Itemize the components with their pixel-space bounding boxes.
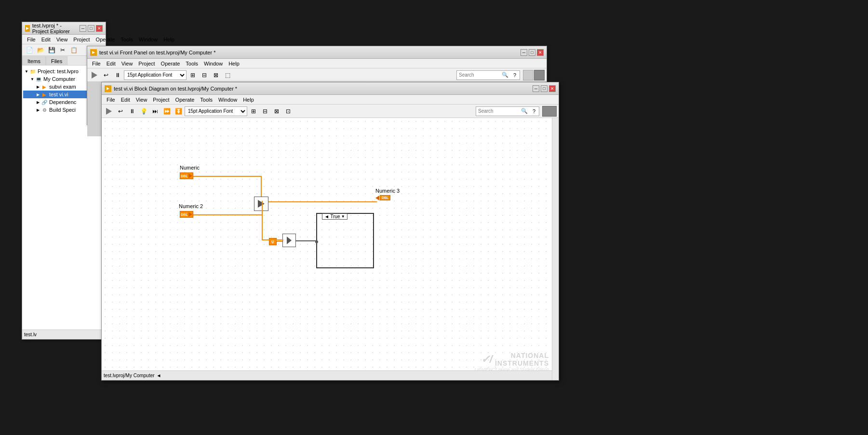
fp-panel-icon-2[interactable] [534, 70, 545, 80]
case-left-terminal [315, 240, 318, 243]
minimize-button[interactable]: ─ [80, 25, 86, 32]
menu-tools[interactable]: Tools [118, 36, 136, 43]
toolbar-copy[interactable]: 📋 [68, 45, 79, 55]
bd-menu-operate[interactable]: Operate [173, 96, 198, 103]
fp-toolbar-back[interactable]: ↩ [101, 70, 111, 80]
numeric1-arrow-icon [188, 173, 192, 178]
bd-status-bar: test.lvproj/My Computer ◄ [102, 370, 559, 380]
fp-panel-icon-1[interactable] [523, 70, 534, 80]
run-button[interactable] [89, 70, 100, 80]
tab-items[interactable]: Items [22, 56, 46, 65]
case-structure[interactable]: ◄ True ▼ [316, 213, 374, 268]
bd-toolbar-resize[interactable]: ⊠ [271, 106, 282, 117]
menu-help[interactable]: Help [160, 36, 177, 43]
bd-menu-view[interactable]: View [133, 96, 150, 103]
fp-menu-help[interactable]: Help [226, 60, 242, 67]
bd-toolbar-order[interactable]: ⊡ [283, 106, 294, 117]
bd-minimize[interactable]: ─ [533, 85, 539, 92]
fp-menu-view[interactable]: View [119, 60, 136, 67]
bd-context-panel-icon[interactable] [542, 106, 557, 117]
toolbar-open[interactable]: 📂 [35, 45, 46, 55]
numeric2-terminal[interactable]: DBL [180, 211, 193, 218]
fp-menu-tools[interactable]: Tools [183, 60, 201, 67]
bd-search-help[interactable]: ? [529, 107, 539, 116]
bd-toolbar-bulb[interactable]: 💡 [138, 106, 149, 117]
fp-toolbar-dist[interactable]: ⊟ [199, 70, 210, 80]
numeric3-arrow-icon [375, 196, 379, 200]
fp-search-button[interactable]: 🔍 [500, 71, 510, 79]
fp-menu-project[interactable]: Project [135, 60, 158, 67]
toolbar-save[interactable]: 💾 [46, 45, 57, 55]
bd-scrollbar-corner [552, 370, 559, 380]
fp-toolbar-pause[interactable]: ⏸ [112, 70, 123, 80]
window-controls: ─ □ ✕ [80, 25, 103, 32]
font-selector[interactable]: 15pt Application Font [124, 70, 187, 80]
fp-search-input[interactable] [457, 71, 500, 79]
bd-menu-help[interactable]: Help [240, 96, 257, 103]
bd-search-input[interactable] [476, 107, 520, 116]
fp-toolbar-order[interactable]: ⬚ [222, 70, 233, 80]
fp-search-help[interactable]: ? [510, 71, 520, 79]
bd-menu-file[interactable]: File [104, 96, 118, 103]
menu-view[interactable]: View [53, 36, 71, 43]
bd-toolbar-pause[interactable]: ⏸ [127, 106, 137, 117]
bd-toolbar-step3[interactable]: ⏬ [173, 106, 184, 117]
fp-menu-file[interactable]: File [89, 60, 104, 67]
numeric1-terminal[interactable]: DBL [180, 172, 193, 179]
toolbar-new[interactable]: 📄 [24, 45, 35, 55]
menu-file[interactable]: File [24, 36, 39, 43]
fp-menu-edit[interactable]: Edit [104, 60, 119, 67]
numeric3-terminal[interactable]: DBL [375, 195, 390, 200]
bd-menu-window[interactable]: Window [215, 96, 240, 103]
wire-add-case-h [296, 201, 316, 202]
wire-n1-h [193, 176, 261, 177]
tree-item-label: subvi exam [49, 84, 76, 90]
ni-instruments: INSTRUMENTS [495, 359, 549, 367]
tree-item-label: My Computer [43, 76, 75, 82]
close-button[interactable]: ✕ [96, 25, 103, 32]
wire-n2-h [193, 214, 262, 215]
numeric3-label: Numeric 3 [375, 188, 400, 194]
bd-maximize[interactable]: □ [541, 85, 548, 92]
ni-text-block: NATIONAL INSTRUMENTS [495, 352, 549, 367]
menu-project[interactable]: Project [70, 36, 93, 43]
dep-icon: 🔗 [41, 99, 48, 105]
bd-status-text: test.lvproj/My Computer [104, 373, 155, 378]
fp-toolbar-resize[interactable]: ⊠ [211, 70, 221, 80]
bd-toolbar-dist[interactable]: ⊟ [260, 106, 270, 117]
tab-files[interactable]: Files [46, 56, 67, 65]
menu-operate[interactable]: Operate [93, 36, 118, 43]
fp-menu-operate[interactable]: Operate [158, 60, 183, 67]
expand-arrow: ▶ [36, 100, 40, 105]
bd-menu-tools[interactable]: Tools [197, 96, 215, 103]
bd-run-arrow-icon [106, 108, 112, 115]
toolbar-cut[interactable]: ✂ [57, 45, 68, 55]
case-dropdown-arrow[interactable]: ▼ [341, 214, 345, 219]
fp-toolbar-align[interactable]: ⊞ [187, 70, 198, 80]
fp-close[interactable]: ✕ [537, 49, 544, 56]
add-node[interactable] [254, 197, 268, 211]
fp-maximize[interactable]: □ [529, 49, 535, 56]
bd-canvas[interactable]: Numeric DBL Numeric 2 DBL Numeric 3 [102, 118, 559, 379]
condition-node[interactable] [282, 234, 296, 247]
fp-minimize[interactable]: ─ [521, 49, 527, 56]
bd-search-button[interactable]: 🔍 [520, 107, 529, 116]
bd-run-button[interactable] [104, 106, 114, 117]
bd-font-selector[interactable]: 15pt Application Font [185, 106, 247, 116]
bd-menu-edit[interactable]: Edit [118, 96, 133, 103]
bd-toolbar-back[interactable]: ↩ [115, 106, 126, 117]
bd-menu-project[interactable]: Project [150, 96, 172, 103]
bd-scrollbar-vertical[interactable] [552, 118, 559, 379]
bd-toolbar-step[interactable]: ⏭ [150, 106, 160, 117]
bd-close[interactable]: ✕ [549, 85, 556, 92]
menu-edit[interactable]: Edit [39, 36, 53, 43]
menu-window[interactable]: Window [136, 36, 160, 43]
bd-toolbar-align[interactable]: ⊞ [248, 106, 259, 117]
fp-context-panel-icons [523, 70, 545, 80]
bd-toolbar-step2[interactable]: ⏩ [161, 106, 172, 117]
tree-item-label: Build Speci [49, 107, 76, 113]
fp-menu-window[interactable]: Window [201, 60, 226, 67]
numeric2-arrow-icon [188, 212, 192, 217]
maximize-button[interactable]: □ [88, 25, 94, 32]
case-selector[interactable]: ◄ True ▼ [322, 213, 347, 220]
